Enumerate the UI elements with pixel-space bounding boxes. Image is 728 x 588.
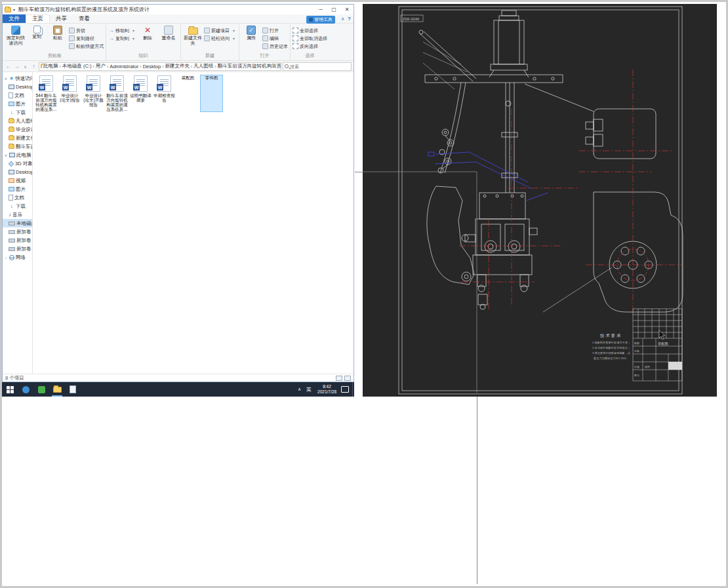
taskbar-app-messenger[interactable] [33,382,49,397]
titleblock-number-label: 图号 [634,374,639,377]
search-input[interactable] [290,64,350,69]
breadcrumb-segment[interactable]: 翻斗车前顶万向旋转机构装置的液压系统及顶升系统设计 [216,63,281,69]
file-item[interactable]: 装配图 [177,75,199,111]
sidebar-item-local-disk-c[interactable]: 本地磁盘 (C:) [3,219,32,227]
sidebar-item-videos[interactable]: 视频 [3,176,32,185]
taskbar-app-notepad[interactable] [65,382,81,397]
sidebar-item-volume-e[interactable]: 新加卷 (E:) [3,236,32,245]
file-list-area[interactable]: 544 翻斗车前顶万向旋转机构装置的液压系… 毕业设计(论文)报告 毕业设计(论… [33,72,354,374]
sidebar-item-pictures[interactable]: 图片 [3,100,32,108]
sidebar-item-downloads[interactable]: ↓ 下载 [3,108,32,117]
select-all-button[interactable]: 全部选择 [293,27,327,34]
breadcrumb-segment[interactable]: 凡人图纸 [192,63,214,69]
paste-shortcut-button[interactable]: 粘贴快捷方式 [69,43,104,50]
sidebar-item-this-pc[interactable]: ∨ 此电脑 [3,151,32,159]
tab-view[interactable]: 查看 [73,14,96,23]
breadcrumb-segment[interactable]: 用户 [94,63,107,69]
collapse-ribbon-icon[interactable]: ∧ [341,16,344,22]
sidebar-item-network[interactable]: › 网络 [3,253,32,262]
forward-button[interactable]: → [13,64,20,69]
taskbar-clock[interactable]: 8:42 2021/7/28 [314,384,340,395]
open-button[interactable]: 打开 [262,27,288,34]
file-item-selected[interactable]: 零件图 [201,75,222,111]
copy-to-button[interactable]: → 复制到 ▾ [108,35,136,42]
select-none-button[interactable]: 全部取消选择 [293,35,327,42]
file-item[interactable]: 说明书翻译摘要 [130,75,152,111]
breadcrumb-segment[interactable]: 本地磁盘 (C:) [61,63,93,69]
sidebar-item-music[interactable]: ♪ 音乐 [3,210,32,219]
back-button[interactable]: ← [5,64,12,69]
action-center-icon[interactable] [341,386,349,393]
file-item[interactable]: 中期检查报告 [153,75,175,111]
delete-button[interactable]: ✕ 删除 [138,24,157,41]
help-icon[interactable]: ? [348,16,351,22]
pin-to-quick-access-button[interactable]: 固定到快速访问 [6,24,26,46]
new-folder-button[interactable]: 新建文件夹 [183,24,203,46]
copy-to-icon: → [108,35,114,41]
minimize-button[interactable]: ─ [314,5,327,14]
file-item[interactable]: 毕业设计(论文)开题报告 [83,75,104,111]
breadcrumb-segment[interactable]: Administrator [108,64,140,69]
show-desktop-button[interactable] [352,382,354,397]
sidebar-item-desktop[interactable]: Desktop [3,168,32,176]
sidebar-item-folder[interactable]: 凡人图纸 [3,117,32,125]
sidebar-item-folder[interactable]: 毕业设计文件 [3,125,32,134]
sidebar-item-quick-access[interactable]: ∨ ★ 快速访问 [3,74,32,83]
cut-button[interactable]: 剪切 [69,27,104,34]
sidebar-item-3d-objects[interactable]: 3D 对象 [3,159,32,168]
breadcrumb-segment[interactable]: Desktop [142,64,163,69]
sidebar-item-documents[interactable]: 文档 [3,91,32,100]
maximize-button[interactable]: ▢ [327,5,340,14]
easy-access-button[interactable]: 轻松访问 ▾ [204,35,237,42]
input-language-indicator[interactable]: 英 [304,386,314,393]
move-to-button[interactable]: → 移动到 ▾ [108,27,136,34]
expander-icon[interactable]: ∨ [4,76,8,81]
sidebar-item-desktop[interactable]: Desktop [3,83,32,91]
copy-button[interactable]: 复制 [27,24,47,39]
taskbar-app-browser[interactable] [18,382,33,397]
start-button[interactable] [2,382,18,397]
edit-button[interactable]: 编辑 [262,35,288,42]
breadcrumb-segment[interactable]: 新建文件夹 [164,63,192,69]
cad-viewport[interactable]: ZS6-G040 [363,4,717,397]
title-bar[interactable]: ▾ 翻斗车前顶万向旋转机构装置的液压系统及顶升系统设计 ─ ▢ ✕ [3,5,354,14]
taskbar-app-file-explorer[interactable] [49,382,65,397]
sidebar-item-pictures[interactable]: 图片 [3,185,32,193]
sidebar-item-downloads[interactable]: ↓ 下载 [3,202,32,210]
expander-icon[interactable]: › [4,256,8,260]
history-button[interactable]: 历史记录 [262,43,288,50]
tab-home[interactable]: 主页 [26,14,50,23]
sidebar-item-volume-d[interactable]: 新加卷 (D:) [3,227,32,236]
details-view-button[interactable] [336,376,342,381]
expander-icon[interactable]: ∨ [4,153,8,157]
tab-manage-tools[interactable]: 管理工具 [306,16,335,24]
close-button[interactable]: ✕ [340,5,354,14]
copy-path-button[interactable]: 复制路径 [69,35,104,42]
breadcrumb[interactable]: 此电脑› 本地磁盘 (C:)› 用户› Administrator› Deskt… [39,62,281,71]
easy-access-icon [204,35,210,41]
file-item[interactable]: 544 翻斗车前顶万向旋转机构装置的液压系… [35,75,57,111]
up-button[interactable]: ↑ [30,64,37,69]
tray-expand-chevron-icon[interactable]: ∧ [295,387,304,392]
rename-button[interactable]: 重命名 [159,24,178,41]
address-bar: ← → ∨ ↑ 此电脑› 本地磁盘 (C:)› 用户› Administrato… [3,61,354,72]
search-box[interactable] [283,62,352,71]
thumbnail-view-button[interactable] [344,376,351,381]
paste-button[interactable]: 粘贴 [48,24,68,41]
sidebar-item-volume-f[interactable]: 新加卷 (F:) [3,245,32,253]
quick-access-icon: ★ [9,76,14,81]
properties-button[interactable]: ✓ 属性 [241,24,261,41]
breadcrumb-segment[interactable]: 此电脑 [42,63,60,69]
invert-selection-button[interactable]: 反向选择 [293,43,327,50]
word-file-icon [63,75,77,92]
qat-customize-icon[interactable]: ▾ [13,7,15,12]
tab-share[interactable]: 共享 [50,14,73,23]
recent-locations-icon[interactable]: ∨ [22,64,29,69]
sidebar-item-documents[interactable]: 文档 [3,193,32,202]
file-item[interactable]: 翻斗车前顶万向旋转机构装置的液压系统及… [106,75,128,111]
file-item[interactable]: 毕业设计(论文)报告 [59,75,81,111]
sidebar-item-folder[interactable]: 新建文件夹 [3,134,32,142]
sidebar-item-folder[interactable]: 翻斗车设计资料 [3,142,32,151]
tab-file[interactable]: 文件 [3,14,26,23]
new-item-button[interactable]: 新建项目 ▾ [204,27,237,34]
